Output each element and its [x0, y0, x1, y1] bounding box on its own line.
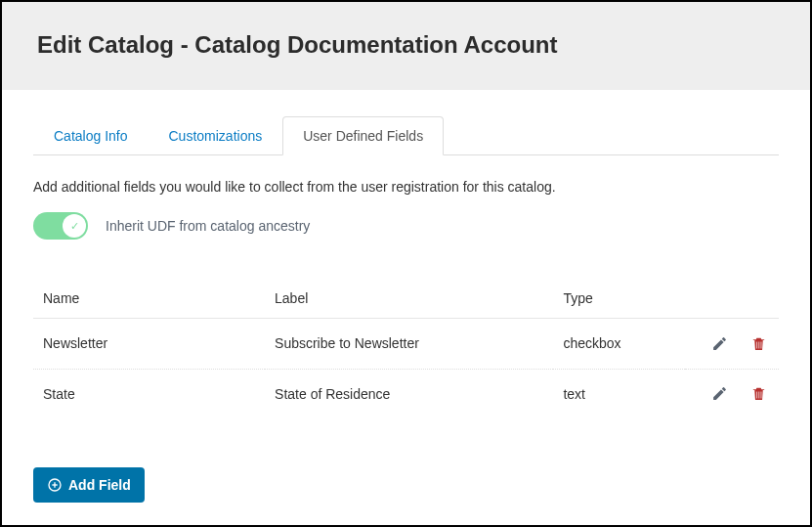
column-header-label: Label	[265, 279, 553, 319]
delete-button[interactable]	[748, 332, 769, 354]
column-header-name: Name	[33, 279, 265, 319]
cell-name: Newsletter	[33, 319, 265, 370]
tab-catalog-info[interactable]: Catalog Info	[33, 116, 149, 155]
page-header: Edit Catalog - Catalog Documentation Acc…	[2, 2, 810, 90]
cell-type: checkbox	[553, 319, 685, 370]
delete-button[interactable]	[748, 383, 769, 405]
inherit-udf-toggle[interactable]: ✓	[33, 212, 88, 240]
table-row: Newsletter Subscribe to Newsletter check…	[33, 319, 779, 370]
column-header-actions	[685, 279, 779, 319]
cell-label: State of Residence	[265, 369, 553, 418]
plus-circle-icon	[47, 477, 63, 493]
pencil-icon	[711, 335, 728, 352]
table-row: State State of Residence text	[33, 369, 779, 418]
cell-label: Subscribe to Newsletter	[265, 319, 553, 370]
tab-customizations[interactable]: Customizations	[149, 116, 283, 155]
cell-name: State	[33, 369, 265, 418]
page-title: Edit Catalog - Catalog Documentation Acc…	[37, 31, 775, 59]
add-field-label: Add Field	[68, 477, 131, 493]
tab-description: Add additional fields you would like to …	[33, 179, 779, 195]
trash-icon	[750, 335, 767, 352]
tab-user-defined-fields[interactable]: User Defined Fields	[282, 116, 444, 155]
edit-button[interactable]	[708, 332, 730, 354]
inherit-toggle-label: Inherit UDF from catalog ancestry	[106, 218, 310, 234]
udf-table: Name Label Type Newsletter Subscribe to …	[33, 279, 779, 418]
add-field-button[interactable]: Add Field	[33, 467, 145, 503]
column-header-type: Type	[553, 279, 685, 319]
check-icon: ✓	[63, 214, 86, 238]
trash-icon	[750, 385, 767, 402]
content-area: Catalog Info Customizations User Defined…	[2, 90, 810, 527]
edit-button[interactable]	[708, 383, 730, 405]
inherit-toggle-row: ✓ Inherit UDF from catalog ancestry	[33, 212, 779, 240]
tabs-container: Catalog Info Customizations User Defined…	[33, 115, 779, 155]
cell-type: text	[553, 369, 685, 418]
pencil-icon	[711, 385, 728, 402]
